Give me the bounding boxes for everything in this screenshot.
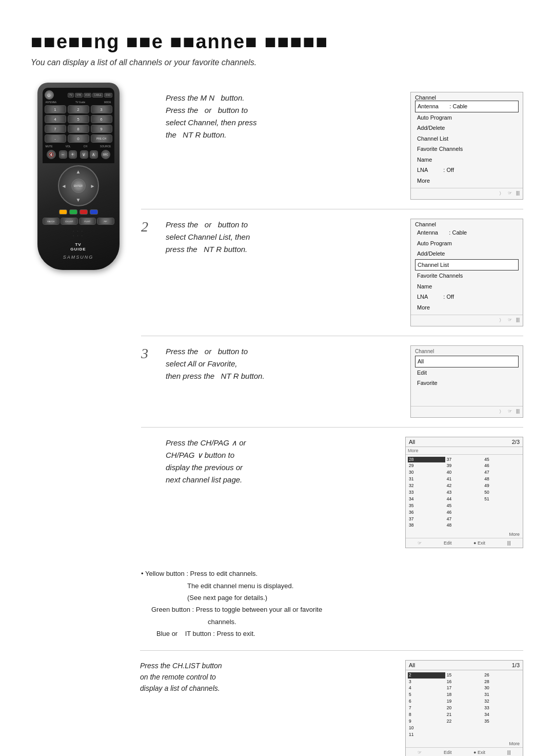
ch-up[interactable]: ∧ — [90, 150, 98, 159]
step1-adddel: Add/Delete — [415, 123, 519, 133]
step-3-number: 3 — [141, 345, 155, 362]
pip-btn[interactable]: PIP — [97, 218, 114, 225]
bottom-screen-wrapper: All 1/3 2 3 4 5 6 7 8 9 10 11 15 — [405, 660, 523, 756]
ch-34: 34 — [408, 496, 445, 502]
ch-30: 30 — [408, 470, 445, 476]
nav-right-arrow[interactable]: ► — [90, 183, 95, 189]
footer-exit-4: ● Exit — [473, 540, 485, 546]
bottom-more: More — [406, 740, 523, 747]
step3-favorite: Favorite — [415, 378, 519, 389]
favch-btn[interactable]: FAV.CH — [43, 218, 60, 225]
step2-antenna: Antenna : Cable — [415, 227, 519, 238]
mode-buttons: TV STB VCR CABLE DVD — [68, 93, 112, 98]
brand-label: SAMSUNG — [43, 255, 114, 260]
vol-btns: − + — [59, 150, 77, 159]
ch-col-2: 37 39 40 41 42 43 44 45 46 47 48 — [446, 457, 483, 529]
b-ch-10: 10 — [408, 725, 445, 731]
step1-autoprog: Auto Program — [415, 112, 519, 123]
yellow-btn[interactable] — [59, 209, 67, 215]
cable-mode-btn[interactable]: CABLE — [92, 93, 103, 98]
num-3[interactable]: 3 — [91, 105, 112, 113]
step4-channel-grid: 28 29 30 31 32 33 34 35 36 37 38 — [406, 455, 523, 531]
enter-btn[interactable]: ENTER — [71, 179, 86, 193]
num-2[interactable]: 2 — [68, 105, 89, 113]
plist-btn[interactable]: P.LIST — [79, 218, 96, 225]
b-ch-5: 5 — [408, 692, 445, 698]
bottom-footer-exit: ● Exit — [473, 750, 485, 755]
chlist-btn[interactable]: CH.LIST — [61, 218, 78, 225]
power-button[interactable]: ⏻ — [45, 90, 54, 100]
nav-circle: ▲ ▼ ◄ ► ENTER — [58, 165, 99, 206]
red-btn[interactable] — [80, 209, 88, 215]
b-ch-19: 19 — [446, 699, 483, 705]
stb-mode-btn[interactable]: STB — [75, 93, 83, 98]
ch-37b: 37 — [446, 457, 483, 463]
step-1: Press the M N button. Press the or butto… — [141, 83, 523, 209]
step-4: Press the CH/PAG ∧ or CH/PAG ∨ button to… — [141, 428, 523, 558]
num-0[interactable]: 0 — [68, 134, 89, 143]
b-ch-26: 26 — [483, 672, 521, 679]
nav-up-arrow[interactable]: ▲ — [76, 169, 81, 175]
bottom-footer: ☞ Edit ● Exit ||| — [406, 747, 523, 756]
subtitle: You can display a list of all channels o… — [31, 58, 523, 67]
tvguide-emblem: TVGUIDE — [43, 242, 114, 251]
b-ch-32: 32 — [483, 699, 521, 705]
num-7[interactable]: 7 — [45, 125, 66, 133]
footer-menu-1: ||| — [516, 190, 520, 197]
dash-btn[interactable]: - — [45, 134, 66, 143]
ch-btns: ∨ ∧ — [80, 150, 98, 159]
ch-43: 43 — [446, 490, 483, 496]
vcr-mode-btn[interactable]: VCR — [84, 93, 92, 98]
b-ch-18: 18 — [446, 692, 483, 698]
step3-all: All — [415, 356, 519, 367]
num-9[interactable]: 9 — [91, 125, 112, 133]
ch-31: 31 — [408, 476, 445, 482]
b-ch-21: 21 — [446, 712, 483, 718]
number-grid: 1 2 3 4 5 6 7 8 9 - 0 PRE-CH — [45, 105, 112, 143]
blue-btn[interactable] — [90, 209, 98, 215]
green-btn[interactable] — [69, 209, 77, 215]
step-4-footer: ☞ Edit ● Exit ||| — [406, 538, 523, 548]
source-btn[interactable]: SRC — [101, 150, 110, 159]
num-6[interactable]: 6 — [91, 115, 112, 123]
dvd-mode-btn[interactable]: DVD — [104, 93, 112, 98]
bottom-page-num: 1/3 — [512, 662, 520, 668]
step-2: 2 Press the or button to select Channel … — [141, 209, 523, 336]
step-2-screen: Channel Antenna : Cable Auto Program Add… — [410, 219, 523, 326]
ch-down[interactable]: ∨ — [80, 150, 88, 159]
mute-btn[interactable]: 🔇 — [47, 150, 56, 159]
b-ch-16: 16 — [446, 679, 483, 685]
b-ch-33: 33 — [483, 705, 521, 711]
bottom-text: Press the CH.LIST button on the remote c… — [140, 660, 395, 756]
num-1[interactable]: 1 — [45, 105, 66, 113]
step3-edit: Edit — [415, 367, 519, 378]
step-2-menu: Channel Antenna : Cable Auto Program Add… — [411, 219, 523, 315]
ch-col-1: 28 29 30 31 32 33 34 35 36 37 38 — [408, 457, 445, 529]
ch-45b: 45 — [483, 457, 521, 463]
bottom-section: Press the CH.LIST button on the remote c… — [140, 650, 523, 756]
vol-up[interactable]: + — [69, 150, 77, 159]
step1-more: More — [415, 176, 519, 186]
channel-label-3: Channel — [415, 348, 434, 354]
step-1-menu: Channel Antenna : Cable Auto Program Add… — [411, 92, 523, 188]
step-4-screen-wrapper: All 2/3 More 28 29 30 31 32 33 — [405, 437, 523, 549]
b-ch-4: 4 — [408, 685, 445, 691]
tv-mode-btn[interactable]: TV — [68, 93, 74, 98]
ch-39: 39 — [446, 463, 483, 469]
b-ch-11: 11 — [408, 732, 445, 738]
nav-down-arrow[interactable]: ▼ — [76, 197, 81, 203]
ch-48b: 48 — [483, 476, 521, 482]
ch-41: 41 — [446, 476, 483, 482]
num-4[interactable]: 4 — [45, 115, 66, 123]
footer-cursor-4: ☞ — [418, 540, 422, 546]
num-8[interactable]: 8 — [68, 125, 89, 133]
vol-down[interactable]: − — [59, 150, 67, 159]
num-5[interactable]: 5 — [68, 115, 89, 123]
nav-left-arrow[interactable]: ◄ — [62, 183, 67, 189]
ch-44: 44 — [446, 496, 483, 502]
step2-name: Name — [415, 281, 519, 292]
ch-49: 49 — [483, 483, 521, 489]
prech-btn[interactable]: PRE-CH — [91, 134, 112, 143]
step-3-footer: 〉 ☞ ||| — [411, 406, 523, 417]
b-ch-6: 6 — [408, 699, 445, 705]
